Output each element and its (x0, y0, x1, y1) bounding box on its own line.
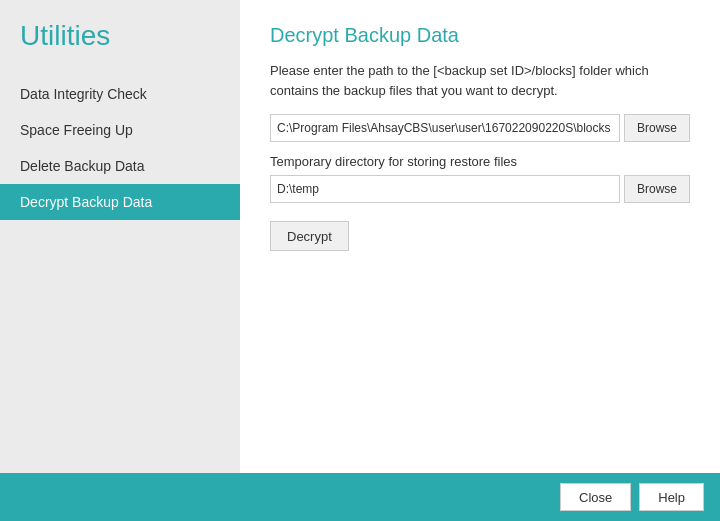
description-text: Please enter the path to the [<backup se… (270, 61, 690, 100)
main-area: Utilities Data Integrity Check Space Fre… (0, 0, 720, 473)
decrypt-button[interactable]: Decrypt (270, 221, 349, 251)
path-field-row: Browse (270, 114, 690, 142)
help-button[interactable]: Help (639, 483, 704, 511)
temp-dir-label: Temporary directory for storing restore … (270, 154, 690, 169)
footer: Close Help (0, 473, 720, 521)
close-button[interactable]: Close (560, 483, 631, 511)
sidebar-item-decrypt-backup-data[interactable]: Decrypt Backup Data (0, 184, 240, 220)
temp-dir-input[interactable] (270, 175, 620, 203)
sidebar-item-space-freeing-up[interactable]: Space Freeing Up (0, 112, 240, 148)
sidebar-item-delete-backup-data[interactable]: Delete Backup Data (0, 148, 240, 184)
path-browse-button[interactable]: Browse (624, 114, 690, 142)
path-input[interactable] (270, 114, 620, 142)
sidebar-item-data-integrity-check[interactable]: Data Integrity Check (0, 76, 240, 112)
content-panel: Decrypt Backup Data Please enter the pat… (240, 0, 720, 473)
path-field-group: Browse (270, 114, 690, 142)
sidebar-title: Utilities (0, 0, 240, 76)
page-title: Decrypt Backup Data (270, 24, 690, 47)
sidebar: Utilities Data Integrity Check Space Fre… (0, 0, 240, 473)
temp-dir-field-row: Browse (270, 175, 690, 203)
temp-dir-field-group: Browse (270, 175, 690, 203)
temp-browse-button[interactable]: Browse (624, 175, 690, 203)
